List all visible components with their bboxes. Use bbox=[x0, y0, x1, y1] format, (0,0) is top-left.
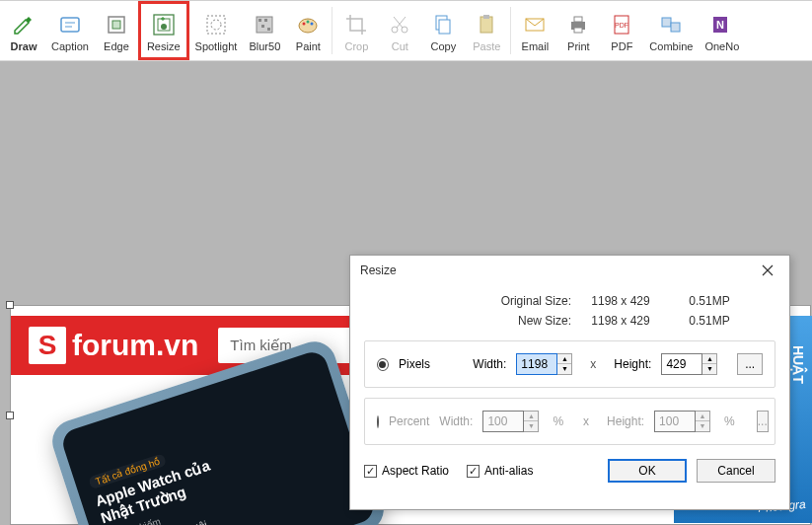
resize-handle-tl[interactable] bbox=[6, 301, 14, 309]
width-percent-input bbox=[482, 411, 524, 432]
pdf-button[interactable]: PDF PDF bbox=[600, 1, 643, 60]
pixels-group: Pixels Width: ▲▼ x Height: ▲▼ ... bbox=[364, 340, 775, 388]
width-label: Width: bbox=[473, 357, 506, 371]
percent-group: Percent Width: ▲▼ % x Height: ▲▼ % ... bbox=[364, 398, 775, 445]
cut-label: Cut bbox=[392, 40, 408, 52]
close-icon bbox=[762, 264, 774, 276]
resize-icon bbox=[150, 11, 178, 38]
svg-rect-28 bbox=[574, 17, 582, 22]
svg-rect-23 bbox=[439, 20, 450, 34]
resize-label: Resize bbox=[147, 40, 181, 52]
dialog-title: Resize bbox=[360, 263, 397, 277]
close-button[interactable] bbox=[754, 260, 781, 281]
svg-rect-0 bbox=[61, 18, 79, 32]
paste-label: Paste bbox=[473, 40, 500, 52]
percent-more-button[interactable]: ... bbox=[757, 411, 769, 432]
edge-button[interactable]: Edge bbox=[95, 1, 138, 60]
spotlight-label: Spotlight bbox=[195, 40, 238, 52]
resize-dialog: Resize Original Size: 1198 x 429 0.51MP … bbox=[349, 255, 790, 510]
paint-icon bbox=[294, 11, 322, 38]
spotlight-button[interactable]: Spotlight bbox=[189, 1, 244, 60]
cut-icon bbox=[386, 11, 413, 38]
ok-button[interactable]: OK bbox=[608, 459, 687, 483]
height-percent-spinner: ▲▼ bbox=[696, 411, 710, 432]
print-icon bbox=[564, 11, 592, 38]
edge-icon bbox=[103, 11, 130, 38]
svg-rect-25 bbox=[483, 15, 489, 19]
email-icon bbox=[521, 11, 549, 38]
pct-1: % bbox=[553, 414, 563, 428]
new-size-mp: 0.51MP bbox=[670, 311, 749, 331]
width-percent-spinner: ▲▼ bbox=[524, 411, 539, 432]
cancel-button[interactable]: Cancel bbox=[697, 459, 775, 483]
height-pixels-input[interactable] bbox=[661, 353, 702, 375]
blur-icon bbox=[251, 11, 278, 38]
crop-button[interactable]: Crop bbox=[334, 1, 378, 60]
svg-rect-12 bbox=[258, 19, 261, 22]
svg-text:N: N bbox=[716, 19, 724, 31]
logo-mark: S bbox=[29, 327, 66, 364]
edge-label: Edge bbox=[104, 40, 129, 52]
combine-button[interactable]: Combine bbox=[643, 1, 699, 60]
copy-button[interactable]: Copy bbox=[421, 1, 465, 60]
dialog-titlebar[interactable]: Resize bbox=[350, 256, 789, 285]
toolbar: Draw Caption Edge Resize Spotlight Blur5… bbox=[0, 0, 812, 61]
percent-radio[interactable] bbox=[377, 415, 379, 428]
percent-label: Percent bbox=[389, 414, 429, 428]
cut-button[interactable]: Cut bbox=[378, 1, 421, 60]
print-button[interactable]: Print bbox=[556, 1, 600, 60]
height-pixels-spinner[interactable]: ▲▼ bbox=[702, 353, 717, 375]
caption-button[interactable]: Caption bbox=[45, 1, 95, 60]
combine-label: Combine bbox=[649, 40, 693, 52]
svg-rect-29 bbox=[574, 28, 582, 33]
pdf-icon: PDF bbox=[608, 11, 635, 38]
svg-rect-14 bbox=[261, 25, 264, 28]
resize-handle-ml[interactable] bbox=[6, 412, 14, 419]
width-label-pct: Width: bbox=[439, 414, 473, 428]
draw-button[interactable]: Draw bbox=[2, 1, 45, 60]
blur-button[interactable]: Blur50 bbox=[243, 1, 286, 60]
x-separator: x bbox=[590, 357, 596, 371]
onenote-button[interactable]: N OneNo bbox=[699, 1, 745, 60]
resize-button[interactable]: Resize bbox=[138, 1, 189, 60]
logo-text: forum.vn bbox=[72, 329, 198, 362]
paint-button[interactable]: Paint bbox=[286, 1, 330, 60]
svg-rect-24 bbox=[480, 17, 492, 33]
copy-icon bbox=[429, 11, 457, 38]
paste-button[interactable]: Paste bbox=[465, 1, 508, 60]
svg-rect-8 bbox=[207, 16, 225, 34]
email-button[interactable]: Email bbox=[513, 1, 556, 60]
pixels-more-button[interactable]: ... bbox=[737, 353, 763, 375]
svg-rect-33 bbox=[671, 23, 680, 32]
email-label: Email bbox=[522, 40, 550, 52]
antialias-label: Anti-alias bbox=[484, 464, 533, 478]
paint-label: Paint bbox=[296, 40, 321, 52]
caption-label: Caption bbox=[51, 40, 89, 52]
onenote-icon: N bbox=[708, 11, 736, 38]
draw-icon bbox=[10, 11, 37, 38]
pct-2: % bbox=[724, 414, 735, 428]
new-size-value: 1198 x 429 bbox=[571, 311, 670, 331]
svg-point-9 bbox=[211, 20, 221, 30]
svg-text:PDF: PDF bbox=[615, 22, 628, 29]
canvas-area: S forum.vn Tìm kiếm Tất cả đồng hồ Apple… bbox=[0, 61, 812, 525]
aspect-ratio-checkbox[interactable] bbox=[364, 465, 377, 478]
onenote-label: OneNo bbox=[704, 40, 739, 52]
original-size-label: Original Size: bbox=[423, 291, 571, 311]
width-pixels-spinner[interactable]: ▲▼ bbox=[557, 353, 572, 375]
new-size-label: New Size: bbox=[423, 311, 571, 331]
original-size-mp: 0.51MP bbox=[670, 291, 749, 311]
pixels-radio[interactable] bbox=[377, 358, 389, 371]
pixels-label: Pixels bbox=[399, 357, 463, 371]
width-pixels-input[interactable] bbox=[516, 353, 557, 375]
antialias-checkbox[interactable] bbox=[467, 465, 480, 478]
spotlight-icon bbox=[202, 11, 230, 38]
svg-rect-32 bbox=[662, 18, 671, 27]
svg-point-19 bbox=[311, 23, 314, 26]
print-label: Print bbox=[567, 40, 590, 52]
paste-icon bbox=[473, 11, 500, 38]
caption-icon bbox=[56, 11, 84, 38]
copy-label: Copy bbox=[431, 40, 457, 52]
height-label-pct: Height: bbox=[607, 414, 644, 428]
svg-rect-15 bbox=[267, 28, 270, 31]
